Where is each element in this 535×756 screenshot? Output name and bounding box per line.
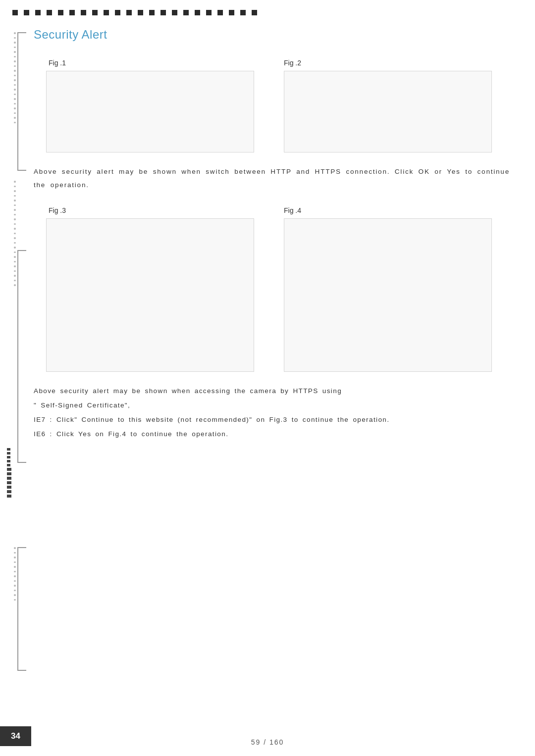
bracket-section2 (17, 250, 26, 463)
top-dot (183, 10, 189, 15)
top-dot (24, 10, 29, 15)
fig-labels-row-2: Fig .3 Fig .4 (34, 206, 518, 214)
fig2-label: Fig .2 (284, 59, 492, 67)
page-number-center: 59 / 160 (251, 738, 284, 746)
fig-labels-row-1: Fig .1 Fig .2 (34, 59, 518, 67)
top-dot (217, 10, 223, 15)
figure3 (46, 218, 254, 372)
top-dot (126, 10, 132, 15)
top-dot (92, 10, 98, 15)
bracket-section1 (17, 32, 26, 171)
bottom-spacer (34, 455, 518, 545)
fig3-label: Fig .3 (46, 206, 254, 214)
top-dot (47, 10, 52, 15)
dense-dots-section (7, 448, 11, 499)
top-dot (58, 10, 63, 15)
page-badge: 34 (0, 726, 31, 746)
top-dot (104, 10, 109, 15)
top-dot (206, 10, 212, 15)
top-dot (195, 10, 200, 15)
top-dot (160, 10, 166, 15)
description-text-1: Above security alert may be shown when s… (34, 165, 518, 192)
bracket-section3 (17, 547, 26, 671)
desc2-line4: IE6 : Click Yes on Fig.4 to continue the… (34, 427, 518, 441)
top-dot (172, 10, 177, 15)
margin-dots-bottom (14, 547, 16, 601)
margin-dots-top (14, 32, 16, 123)
top-dot (35, 10, 41, 15)
margin-dots-mid (14, 181, 16, 286)
top-dot (81, 10, 86, 15)
desc2-line3: IE7 : Click" Continue to this website (n… (34, 413, 518, 426)
page-wrapper: Security Alert Fig .1 Fig .2 Above secur… (0, 0, 535, 756)
description-block-2: Above security alert may be shown when a… (34, 384, 518, 441)
desc2-line2: " Self-Signed Certificate", (34, 399, 518, 412)
figure1 (46, 71, 254, 152)
fig1-label: Fig .1 (46, 59, 254, 67)
figure2 (284, 71, 492, 152)
figures-row-1 (34, 71, 518, 152)
fig4-label: Fig .4 (284, 206, 492, 214)
figure4 (284, 218, 492, 372)
top-border-row (0, 0, 535, 19)
content-area: Security Alert Fig .1 Fig .2 Above secur… (34, 19, 518, 545)
top-dot (240, 10, 246, 15)
page-footer: 34 59 / 160 (0, 738, 535, 746)
top-dot (149, 10, 155, 15)
top-dot (115, 10, 120, 15)
top-dot (138, 10, 143, 15)
section-title-block: Security Alert (34, 19, 518, 59)
figures-row-2 (34, 218, 518, 372)
section-title: Security Alert (34, 22, 518, 42)
desc2-line1: Above security alert may be shown when a… (34, 384, 518, 398)
top-dot (229, 10, 234, 15)
description-block-1: Above security alert may be shown when s… (34, 165, 518, 192)
top-dot (252, 10, 257, 15)
top-dot (69, 10, 75, 15)
top-dot (12, 10, 18, 15)
left-margin (0, 27, 34, 756)
description-text-2: Above security alert may be shown when a… (34, 384, 518, 441)
